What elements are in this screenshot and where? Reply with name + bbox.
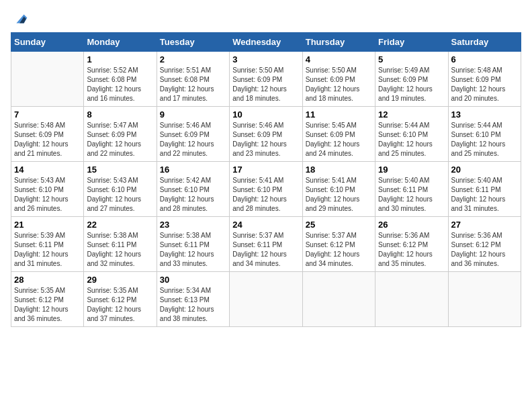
calendar-cell: 29Sunrise: 5:35 AMSunset: 6:12 PMDayligh… xyxy=(84,272,157,327)
calendar-cell: 16Sunrise: 5:42 AMSunset: 6:10 PMDayligh… xyxy=(157,162,229,217)
day-info: Sunrise: 5:49 AMSunset: 6:09 PMDaylight:… xyxy=(378,66,445,103)
day-number: 19 xyxy=(378,165,445,175)
calendar-cell: 14Sunrise: 5:43 AMSunset: 6:10 PMDayligh… xyxy=(11,162,84,217)
day-info: Sunrise: 5:46 AMSunset: 6:09 PMDaylight:… xyxy=(232,121,299,158)
calendar-cell: 9Sunrise: 5:46 AMSunset: 6:09 PMDaylight… xyxy=(157,107,229,162)
day-number: 24 xyxy=(232,220,299,230)
day-number: 3 xyxy=(232,54,299,64)
day-number: 30 xyxy=(160,275,226,285)
calendar-cell xyxy=(375,272,448,327)
calendar-cell: 24Sunrise: 5:37 AMSunset: 6:11 PMDayligh… xyxy=(230,217,302,272)
calendar-header-row: SundayMondayTuesdayWednesdayThursdayFrid… xyxy=(11,33,521,52)
day-info: Sunrise: 5:44 AMSunset: 6:10 PMDaylight:… xyxy=(451,121,518,158)
day-number: 1 xyxy=(87,54,153,64)
day-number: 10 xyxy=(232,109,299,120)
calendar-cell: 21Sunrise: 5:39 AMSunset: 6:11 PMDayligh… xyxy=(11,217,84,272)
day-info: Sunrise: 5:51 AMSunset: 6:08 PMDaylight:… xyxy=(160,66,226,103)
day-info: Sunrise: 5:44 AMSunset: 6:10 PMDaylight:… xyxy=(378,121,445,158)
calendar-header-friday: Friday xyxy=(375,33,448,52)
calendar-header-monday: Monday xyxy=(84,33,157,52)
day-info: Sunrise: 5:35 AMSunset: 6:12 PMDaylight:… xyxy=(14,286,81,324)
day-info: Sunrise: 5:37 AMSunset: 6:11 PMDaylight:… xyxy=(232,231,299,269)
calendar-cell: 20Sunrise: 5:40 AMSunset: 6:11 PMDayligh… xyxy=(448,162,521,217)
day-info: Sunrise: 5:36 AMSunset: 6:12 PMDaylight:… xyxy=(378,231,445,269)
calendar-week-2: 14Sunrise: 5:43 AMSunset: 6:10 PMDayligh… xyxy=(11,162,521,217)
day-number: 7 xyxy=(14,109,81,120)
calendar-week-0: 1Sunrise: 5:52 AMSunset: 6:08 PMDaylight… xyxy=(11,52,521,107)
day-info: Sunrise: 5:50 AMSunset: 6:09 PMDaylight:… xyxy=(232,66,299,103)
calendar-cell: 26Sunrise: 5:36 AMSunset: 6:12 PMDayligh… xyxy=(375,217,448,272)
logo-icon xyxy=(12,11,28,27)
calendar-cell: 11Sunrise: 5:45 AMSunset: 6:09 PMDayligh… xyxy=(302,107,375,162)
day-number: 23 xyxy=(160,220,226,230)
day-number: 16 xyxy=(160,165,226,175)
calendar-cell xyxy=(230,272,302,327)
calendar-cell xyxy=(448,272,521,327)
calendar-cell: 17Sunrise: 5:41 AMSunset: 6:10 PMDayligh… xyxy=(230,162,302,217)
calendar-cell: 23Sunrise: 5:38 AMSunset: 6:11 PMDayligh… xyxy=(157,217,229,272)
calendar-cell: 6Sunrise: 5:48 AMSunset: 6:09 PMDaylight… xyxy=(448,52,521,107)
day-info: Sunrise: 5:43 AMSunset: 6:10 PMDaylight:… xyxy=(14,176,81,214)
calendar-week-1: 7Sunrise: 5:48 AMSunset: 6:09 PMDaylight… xyxy=(11,107,521,162)
day-info: Sunrise: 5:41 AMSunset: 6:10 PMDaylight:… xyxy=(232,176,299,214)
calendar-cell: 13Sunrise: 5:44 AMSunset: 6:10 PMDayligh… xyxy=(448,107,521,162)
calendar-cell: 5Sunrise: 5:49 AMSunset: 6:09 PMDaylight… xyxy=(375,52,448,107)
day-number: 2 xyxy=(160,54,226,64)
day-info: Sunrise: 5:35 AMSunset: 6:12 PMDaylight:… xyxy=(87,286,153,324)
calendar-cell: 12Sunrise: 5:44 AMSunset: 6:10 PMDayligh… xyxy=(375,107,448,162)
calendar-cell: 18Sunrise: 5:41 AMSunset: 6:10 PMDayligh… xyxy=(302,162,375,217)
calendar-cell xyxy=(302,272,375,327)
day-info: Sunrise: 5:48 AMSunset: 6:09 PMDaylight:… xyxy=(451,66,518,103)
calendar-header-saturday: Saturday xyxy=(448,33,521,52)
day-info: Sunrise: 5:41 AMSunset: 6:10 PMDaylight:… xyxy=(306,176,372,214)
day-number: 14 xyxy=(14,165,81,175)
day-number: 28 xyxy=(14,275,81,285)
day-info: Sunrise: 5:43 AMSunset: 6:10 PMDaylight:… xyxy=(87,176,153,214)
calendar-cell: 7Sunrise: 5:48 AMSunset: 6:09 PMDaylight… xyxy=(11,107,84,162)
day-number: 17 xyxy=(232,165,299,175)
calendar-cell: 22Sunrise: 5:38 AMSunset: 6:11 PMDayligh… xyxy=(84,217,157,272)
day-number: 29 xyxy=(87,275,153,285)
calendar-header-sunday: Sunday xyxy=(11,33,84,52)
calendar-cell: 2Sunrise: 5:51 AMSunset: 6:08 PMDaylight… xyxy=(157,52,229,107)
day-number: 18 xyxy=(306,165,372,175)
day-info: Sunrise: 5:45 AMSunset: 6:09 PMDaylight:… xyxy=(306,121,372,158)
day-number: 12 xyxy=(378,109,445,120)
calendar-cell: 19Sunrise: 5:40 AMSunset: 6:11 PMDayligh… xyxy=(375,162,448,217)
day-number: 11 xyxy=(306,109,372,120)
day-number: 8 xyxy=(87,109,153,120)
day-info: Sunrise: 5:47 AMSunset: 6:09 PMDaylight:… xyxy=(87,121,153,158)
day-number: 6 xyxy=(451,54,518,64)
logo xyxy=(11,11,28,27)
calendar-header-wednesday: Wednesday xyxy=(230,33,302,52)
day-info: Sunrise: 5:52 AMSunset: 6:08 PMDaylight:… xyxy=(87,66,153,103)
calendar-cell: 1Sunrise: 5:52 AMSunset: 6:08 PMDaylight… xyxy=(84,52,157,107)
day-info: Sunrise: 5:40 AMSunset: 6:11 PMDaylight:… xyxy=(451,176,518,214)
day-number: 21 xyxy=(14,220,81,230)
day-info: Sunrise: 5:36 AMSunset: 6:12 PMDaylight:… xyxy=(451,231,518,269)
day-number: 26 xyxy=(378,220,445,230)
calendar-cell: 25Sunrise: 5:37 AMSunset: 6:12 PMDayligh… xyxy=(302,217,375,272)
calendar-header-thursday: Thursday xyxy=(302,33,375,52)
calendar-cell: 28Sunrise: 5:35 AMSunset: 6:12 PMDayligh… xyxy=(11,272,84,327)
day-number: 9 xyxy=(160,109,226,120)
day-number: 4 xyxy=(306,54,372,64)
calendar-cell xyxy=(11,52,84,107)
day-info: Sunrise: 5:40 AMSunset: 6:11 PMDaylight:… xyxy=(378,176,445,214)
calendar-week-3: 21Sunrise: 5:39 AMSunset: 6:11 PMDayligh… xyxy=(11,217,521,272)
calendar-week-4: 28Sunrise: 5:35 AMSunset: 6:12 PMDayligh… xyxy=(11,272,521,327)
day-info: Sunrise: 5:39 AMSunset: 6:11 PMDaylight:… xyxy=(14,231,81,269)
page-container: SundayMondayTuesdayWednesdayThursdayFrid… xyxy=(11,11,521,327)
calendar-cell: 8Sunrise: 5:47 AMSunset: 6:09 PMDaylight… xyxy=(84,107,157,162)
calendar-cell: 4Sunrise: 5:50 AMSunset: 6:09 PMDaylight… xyxy=(302,52,375,107)
day-number: 20 xyxy=(451,165,518,175)
day-number: 27 xyxy=(451,220,518,230)
calendar-cell: 15Sunrise: 5:43 AMSunset: 6:10 PMDayligh… xyxy=(84,162,157,217)
day-number: 25 xyxy=(306,220,372,230)
day-number: 15 xyxy=(87,165,153,175)
day-info: Sunrise: 5:37 AMSunset: 6:12 PMDaylight:… xyxy=(306,231,372,269)
calendar-table: SundayMondayTuesdayWednesdayThursdayFrid… xyxy=(11,32,521,327)
calendar-cell: 10Sunrise: 5:46 AMSunset: 6:09 PMDayligh… xyxy=(230,107,302,162)
day-info: Sunrise: 5:50 AMSunset: 6:09 PMDaylight:… xyxy=(306,66,372,103)
day-number: 22 xyxy=(87,220,153,230)
